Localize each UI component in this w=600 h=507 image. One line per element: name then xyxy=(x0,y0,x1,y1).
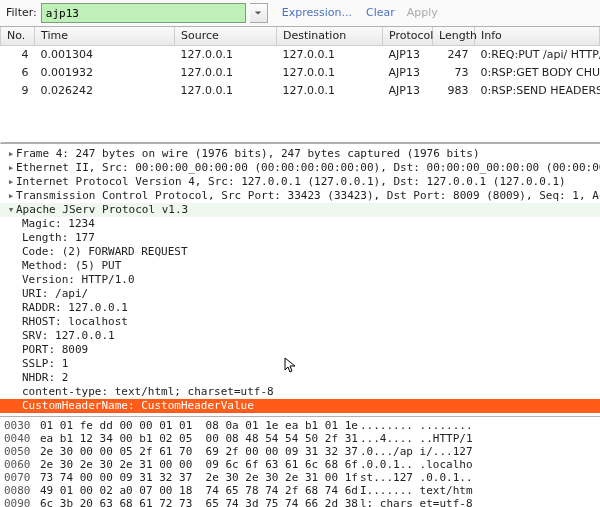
tree-ajp[interactable]: ▾Apache JServ Protocol v1.3 xyxy=(0,203,600,217)
expand-arrow-icon[interactable]: ▸ xyxy=(6,147,16,161)
column-time[interactable]: Time xyxy=(35,27,175,46)
hex-row[interactable]: 0030 01 01 fe dd 00 00 01 01 08 0a 01 1e… xyxy=(4,419,596,432)
expand-arrow-icon[interactable]: ▸ xyxy=(6,175,16,189)
tree-frame[interactable]: ▸Frame 4: 247 bytes on wire (1976 bits),… xyxy=(0,147,600,161)
column-length[interactable]: Length xyxy=(433,27,475,46)
column-source[interactable]: Source xyxy=(175,27,277,46)
tree-ethernet[interactable]: ▸Ethernet II, Src: 00:00:00_00:00:00 (00… xyxy=(0,161,600,175)
column-no[interactable]: No. xyxy=(1,27,35,46)
hex-row[interactable]: 0070 73 74 00 00 09 31 32 37 2e 30 2e 30… xyxy=(4,471,596,484)
packet-row[interactable]: 90.026242127.0.0.1127.0.0.1AJP139830:RSP… xyxy=(1,82,600,100)
packet-row[interactable]: 60.001932127.0.0.1127.0.0.1AJP13730:RSP:… xyxy=(1,64,600,82)
tree-field[interactable]: SRV: 127.0.0.1 xyxy=(0,329,600,343)
hex-row[interactable]: 0080 49 01 00 02 a0 07 00 18 74 65 78 74… xyxy=(4,484,596,497)
packet-table: No. Time Source Destination Protocol Len… xyxy=(0,27,600,143)
tree-field[interactable]: content-type: text/html; charset=utf-8 xyxy=(0,385,600,399)
filter-dropdown[interactable] xyxy=(250,3,268,23)
hex-row[interactable]: 0090 6c 3b 20 63 68 61 72 73 65 74 3d 75… xyxy=(4,497,596,508)
packet-row[interactable]: 40.001304127.0.0.1127.0.0.1AJP132470:REQ… xyxy=(1,46,600,65)
hex-row[interactable]: 0060 2e 30 2e 30 2e 31 00 00 09 6c 6f 63… xyxy=(4,458,596,471)
toolbar: Filter: Expression... Clear Apply xyxy=(0,0,600,27)
filter-label: Filter: xyxy=(6,6,37,20)
hex-row[interactable]: 0040 ea b1 12 34 00 b1 02 05 00 08 48 54… xyxy=(4,432,596,445)
details-tree: ▸Frame 4: 247 bytes on wire (1976 bits),… xyxy=(0,143,600,416)
tree-field[interactable]: Length: 177 xyxy=(0,231,600,245)
column-info[interactable]: Info xyxy=(475,27,600,46)
tree-field[interactable]: Method: (5) PUT xyxy=(0,259,600,273)
column-destination[interactable]: Destination xyxy=(277,27,383,46)
collapse-arrow-icon[interactable]: ▾ xyxy=(6,203,16,217)
tree-selected-header[interactable]: CustomHeaderName: CustomHeaderValue xyxy=(0,399,600,413)
tree-field[interactable]: NHDR: 2 xyxy=(0,371,600,385)
tree-field[interactable]: RHOST: localhost xyxy=(0,315,600,329)
column-protocol[interactable]: Protocol xyxy=(383,27,433,46)
tree-field[interactable]: Code: (2) FORWARD REQUEST xyxy=(0,245,600,259)
hex-pane: 0030 01 01 fe dd 00 00 01 01 08 0a 01 1e… xyxy=(0,416,600,508)
expand-arrow-icon[interactable]: ▸ xyxy=(6,189,16,203)
expand-arrow-icon[interactable]: ▸ xyxy=(6,161,16,175)
tree-field[interactable]: RADDR: 127.0.0.1 xyxy=(0,301,600,315)
packet-header-row: No. Time Source Destination Protocol Len… xyxy=(1,27,600,46)
tree-ip[interactable]: ▸Internet Protocol Version 4, Src: 127.0… xyxy=(0,175,600,189)
tree-field[interactable]: SSLP: 1 xyxy=(0,357,600,371)
hex-row[interactable]: 0050 2e 30 00 00 05 2f 61 70 69 2f 00 00… xyxy=(4,445,596,458)
tree-field[interactable]: PORT: 8009 xyxy=(0,343,600,357)
tree-field[interactable]: Magic: 1234 xyxy=(0,217,600,231)
tree-field[interactable]: URI: /api/ xyxy=(0,287,600,301)
filter-input[interactable] xyxy=(41,3,246,23)
tree-field[interactable]: Version: HTTP/1.0 xyxy=(0,273,600,287)
clear-link[interactable]: Clear xyxy=(366,6,395,20)
tree-tcp[interactable]: ▸Transmission Control Protocol, Src Port… xyxy=(0,189,600,203)
expression-link[interactable]: Expression... xyxy=(282,6,352,20)
apply-link[interactable]: Apply xyxy=(407,6,438,20)
